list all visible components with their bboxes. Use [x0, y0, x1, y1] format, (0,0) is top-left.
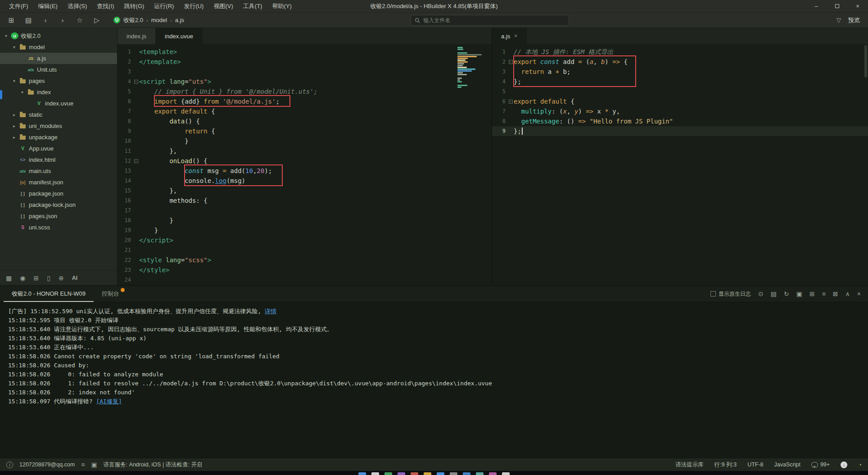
console-log-line[interactable]: 15:18:53.640 请注意运行模式下, 因日志输出、sourcemap 以… — [8, 325, 860, 334]
breadcrumb-project[interactable]: 收银2.0 — [123, 16, 143, 24]
console-output[interactable]: [广告] 15:18:52.590 uni实人认证, 低成本核验用户身份、提升用… — [0, 302, 868, 411]
account-icon[interactable]: i — [6, 461, 13, 468]
tree-item-package-lock-json[interactable]: [ ]package-lock.json — [0, 199, 117, 210]
update-download-icon[interactable]: ↓ — [841, 461, 847, 468]
tree-item-uni-scss[interactable]: Suni.scss — [0, 222, 117, 233]
tree-item-uni-modules[interactable]: ▸uni_modules — [0, 120, 117, 132]
tree-item-index[interactable]: ▾index — [0, 87, 117, 98]
chevron-down-icon[interactable]: ▾ — [12, 78, 17, 83]
menu-item-工具-t[interactable]: 工具(T) — [239, 0, 267, 12]
maximize-button[interactable] — [827, 0, 847, 12]
menu-item-发行-u[interactable]: 发行(U) — [179, 0, 208, 12]
code-line[interactable]: 5 // import { Unit } from '@/model/Unit.… — [118, 87, 492, 96]
account-email[interactable]: 1207208879@qq.com — [19, 461, 75, 468]
tree-item-main-uts[interactable]: utsmain.uts — [0, 165, 117, 177]
menu-item-视图-v[interactable]: 视图(V) — [209, 0, 237, 12]
tab-close-icon[interactable]: × — [514, 33, 517, 39]
terminal-icon[interactable]: ▣ — [91, 461, 97, 468]
tab-a-js[interactable]: a.js × — [492, 28, 527, 44]
minimize-button[interactable]: – — [806, 0, 827, 12]
save-icon[interactable]: ▤ — [24, 16, 32, 24]
code-line[interactable]: 8 data() { — [118, 116, 492, 126]
console-log-line[interactable]: 15:18:58.026 0: failed to analyze module — [8, 370, 860, 379]
code-line[interactable]: 17 — [118, 206, 492, 215]
code-line[interactable]: 1<template> — [118, 47, 492, 57]
syntax-library-button[interactable]: 语法提示库 — [675, 461, 704, 469]
console-link[interactable]: [AI修复] — [96, 398, 122, 405]
code-line[interactable]: 2</template> — [118, 57, 492, 67]
tree-item-pages[interactable]: ▾pages — [0, 75, 117, 87]
list-icon[interactable]: ≡ — [822, 290, 826, 297]
taskbar-app-icon[interactable] — [489, 472, 497, 475]
ai-assistant-button[interactable]: AI — [72, 275, 78, 281]
code-line[interactable]: 13 const msg = add(10,20); — [118, 166, 492, 176]
menu-item-查找-i[interactable]: 查找(I) — [92, 0, 118, 12]
console-log-line[interactable]: 15:18:53.640 编译器版本: 4.85 (uni-app x) — [8, 334, 860, 343]
console-log-line[interactable]: 15:18:58.097 代码编译报错? [AI修复] — [8, 397, 860, 406]
tree-item-pages-json[interactable]: [ ]pages.json — [0, 210, 117, 222]
collapse-panel-icon[interactable]: ∧ — [845, 290, 850, 297]
breadcrumb-file[interactable]: a.js — [175, 17, 184, 23]
taskbar-app-icon[interactable] — [437, 472, 444, 475]
code-line[interactable]: 6 import {add} from '@/model/a.js'; — [118, 96, 492, 106]
code-line[interactable]: 4−<script lang="uts"> — [118, 77, 492, 87]
clear-icon[interactable]: ⊠ — [833, 290, 838, 297]
plugin-icon[interactable]: ⊞ — [33, 274, 39, 282]
code-line[interactable]: 9}; — [492, 126, 868, 136]
console-log-line[interactable]: 15:18:58.026 Caused by: — [8, 361, 860, 370]
fold-marker-icon[interactable]: − — [509, 100, 513, 104]
fold-marker-icon[interactable]: − — [509, 60, 513, 64]
code-line[interactable]: 8 getMessage: () => "Hello from JS Plugi… — [492, 116, 868, 126]
console-log-line[interactable]: [广告] 15:18:52.590 uni实人认证, 低成本核验用户身份、提升用… — [8, 307, 860, 316]
menu-item-选择-s[interactable]: 选择(S) — [63, 0, 91, 12]
fold-marker-icon[interactable]: − — [134, 159, 138, 163]
console-log-line[interactable]: 15:18:53.640 正在编译中... — [8, 343, 860, 352]
taskbar-app-icon[interactable] — [384, 472, 392, 475]
code-line[interactable]: 19 } — [118, 225, 492, 235]
console-log-line[interactable]: 15:18:58.026 Cannot create property 'cod… — [8, 352, 860, 361]
console-log-line[interactable]: 15:18:58.026 2: index not found' — [8, 388, 860, 397]
tree-item-model[interactable]: ▾model — [0, 41, 117, 53]
code-line[interactable]: 22<style lang="scss"> — [118, 255, 492, 265]
code-line[interactable]: 6−export default { — [492, 96, 868, 106]
open-log-icon[interactable]: ▤ — [771, 290, 777, 297]
close-button[interactable]: × — [847, 0, 868, 12]
tree-item-app-uvue[interactable]: VApp.uvue — [0, 143, 117, 154]
right-code-area[interactable]: 1// 本地 JS 插件: ESM 格式导出2−export const add… — [492, 44, 868, 285]
scrollbar-thumb[interactable] — [864, 45, 867, 78]
file-search-box[interactable] — [411, 15, 569, 26]
code-line[interactable]: 14 console.log(msg) — [118, 176, 492, 186]
tree-item-unit-uts[interactable]: utsUnit.uts — [0, 64, 117, 75]
tab-index-uvue[interactable]: index.uvue — [156, 28, 203, 44]
back-icon[interactable]: ‹ — [41, 16, 50, 24]
scrollbar[interactable] — [863, 44, 868, 285]
code-line[interactable]: 20</script> — [118, 235, 492, 245]
preview-button[interactable]: 预览 — [848, 16, 860, 24]
encoding-indicator[interactable]: UTF-8 — [747, 461, 763, 468]
taskbar-app-icon[interactable] — [358, 472, 366, 475]
code-line[interactable]: 5 — [492, 87, 868, 96]
filter-icon[interactable]: ▽ — [836, 17, 841, 23]
taskbar-app-icon[interactable] — [463, 472, 470, 475]
run-icon[interactable]: ▷ — [93, 16, 101, 24]
code-line[interactable]: 23</style> — [118, 265, 492, 275]
taskbar-app-icon[interactable] — [371, 472, 379, 475]
chevron-down-icon[interactable]: ▾ — [4, 33, 9, 38]
device-icon[interactable]: ▯ — [47, 274, 50, 282]
export-icon[interactable]: ⊞ — [809, 290, 815, 297]
web-icon[interactable]: ⊕ — [59, 274, 64, 282]
tree-item-unpackage[interactable]: ▸unpackage — [0, 132, 117, 143]
taskbar-app-icon[interactable] — [398, 472, 405, 475]
tree-item-a-js[interactable]: JSa.js — [0, 53, 117, 64]
chevron-right-icon[interactable]: ▸ — [12, 123, 17, 128]
taskbar-app-icon[interactable] — [502, 472, 510, 475]
left-code-area[interactable]: 1<template>2</template>34−<script lang="… — [118, 44, 492, 285]
minimap[interactable] — [457, 47, 485, 90]
files-icon[interactable]: ▦ — [6, 274, 12, 282]
tree-item-package-json[interactable]: [ ]package.json — [0, 188, 117, 199]
code-line[interactable]: 3 return a + b; — [492, 67, 868, 77]
screen-icon[interactable]: ▣ — [796, 290, 802, 297]
bug-icon[interactable]: ⊙ — [758, 290, 764, 297]
code-line[interactable]: 2−export const add = (a, b) => { — [492, 57, 868, 67]
fold-marker-icon[interactable]: − — [134, 80, 138, 84]
